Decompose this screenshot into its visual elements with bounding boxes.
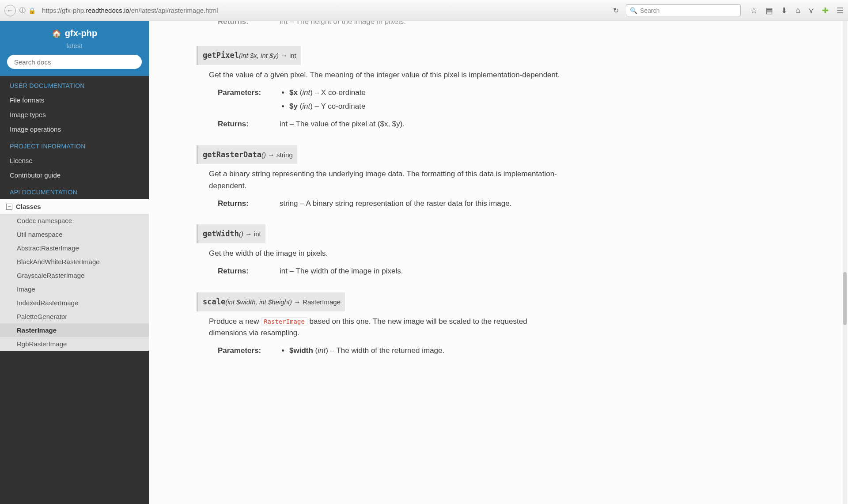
home-icon[interactable]: ⌂ — [795, 6, 800, 15]
url-info-icons[interactable]: ⓘ 🔒 — [19, 7, 36, 15]
lock-icon: 🔒 — [28, 7, 36, 14]
pocket-icon[interactable]: ⋎ — [808, 6, 814, 15]
bookmark-star-icon[interactable]: ☆ — [750, 6, 757, 15]
url-path: /en/latest/api/rasterimage.html — [129, 7, 218, 14]
info-icon[interactable]: ⓘ — [19, 7, 26, 15]
browser-toolbar: ← ⓘ 🔒 https://gfx-php.readthedocs.io/en/… — [0, 0, 848, 21]
refresh-icon[interactable]: ↻ — [610, 6, 622, 15]
browser-search-box[interactable]: 🔍 Search — [626, 4, 741, 16]
search-icon: 🔍 — [630, 7, 637, 14]
toolbar-icons: ☆ ▤ ⬇ ⌂ ⋎ ✚ ☰ — [744, 6, 844, 15]
addons-icon[interactable]: ✚ — [822, 6, 829, 15]
menu-icon[interactable]: ☰ — [837, 6, 844, 15]
url-bar[interactable]: https://gfx-php.readthedocs.io/en/latest… — [39, 7, 606, 14]
search-placeholder: Search — [640, 7, 659, 14]
url-domain: readthedocs.io — [86, 7, 129, 14]
url-pre: https://gfx-php. — [42, 7, 86, 14]
downloads-icon[interactable]: ⬇ — [781, 6, 787, 15]
reader-icon[interactable]: ▤ — [765, 6, 773, 15]
nav-back-button[interactable]: ← — [4, 5, 16, 16]
